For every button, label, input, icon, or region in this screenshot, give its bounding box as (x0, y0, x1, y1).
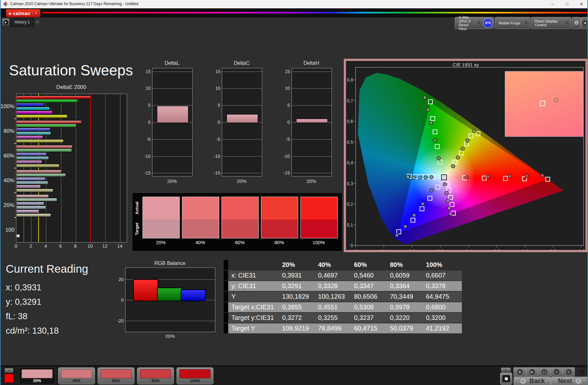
app-logo-icon (3, 2, 8, 6)
deltae-bar (16, 99, 78, 103)
screen-icon (502, 375, 510, 382)
pattern-button-60[interactable]: 60% (98, 367, 134, 384)
cell-value: 0,3931 (279, 270, 315, 281)
deltae2000-plot: 100%80%60%40%20%100 (16, 94, 127, 243)
group-label: 100% (0, 103, 14, 110)
y-tick-label: 0,5 (347, 140, 353, 145)
pattern-swatch (61, 369, 92, 378)
cell-value: 60,4715 (351, 323, 387, 334)
deltae-bar (16, 111, 53, 114)
chevron-down-icon: ▼ (477, 21, 482, 26)
delta-bar (227, 114, 258, 123)
measured-marker (395, 234, 399, 237)
swatch-box (143, 197, 180, 238)
x-tick-label: 0,8 (578, 249, 585, 250)
actual-target-swatch-strip: ActualTarget20%40%60%80%100% (133, 193, 342, 251)
target-marker (436, 185, 440, 189)
continuous-measure-button[interactable]: ∞ (550, 367, 563, 376)
y-tick-label: -10 (280, 154, 290, 159)
measured-marker (487, 175, 490, 178)
calman-menu-button[interactable]: ◈ calman ▼ (6, 9, 40, 17)
pattern-button-100[interactable]: 100% (177, 367, 213, 384)
measured-marker (430, 189, 433, 192)
minimize-button[interactable]: – (545, 0, 560, 8)
workflow-nav-button[interactable]: ▶ (2, 18, 10, 26)
loop-button[interactable]: ↻ (562, 367, 575, 376)
cell-value: 0,3255 (315, 312, 351, 323)
pattern-swatch (100, 369, 132, 378)
single-measure-button[interactable]: [·] (538, 367, 550, 376)
measurement-table-body: 20%40%60%80%100%x: CIE310,39310,46970,54… (224, 260, 462, 334)
inset-measured-marker (554, 98, 558, 102)
measured-marker (449, 212, 452, 216)
target-marker (411, 218, 415, 222)
target-marker (435, 144, 439, 149)
x-tick-label: 0,2 (409, 249, 415, 250)
row-label: Target Y (228, 323, 279, 334)
chart-plot: 151050-5-10-15 (152, 68, 193, 176)
deltae-bar (16, 135, 43, 139)
pattern-button-40[interactable]: 40% (58, 367, 95, 384)
display-dropdown-label: Direct Display Control (535, 19, 565, 27)
maximize-button[interactable]: □ (560, 0, 574, 8)
x-tick-label: 0,3 (437, 249, 444, 250)
swatch-label: 20% (143, 240, 179, 245)
reading-x: x: 0,3931 (6, 280, 115, 295)
gridline (222, 72, 262, 72)
gridline (292, 88, 332, 89)
back-button[interactable]: « Back (514, 377, 551, 385)
cell-value: 0,3378 (423, 281, 462, 291)
measured-marker (451, 165, 455, 168)
gridline (152, 105, 192, 106)
play-button[interactable]: ▶ (526, 367, 538, 376)
tab-history-1[interactable]: History 1 (10, 18, 34, 27)
pattern-list-up-button[interactable]: ▲ (4, 368, 13, 373)
add-tab-button[interactable]: + (35, 20, 40, 25)
display-control-dropdown[interactable]: Direct Display Control ▼ (531, 17, 571, 29)
deltae-bar (16, 181, 48, 184)
rgb-balance-plot: 200-20 (125, 268, 215, 332)
target-marker (504, 176, 508, 181)
transport-up-button[interactable]: ▲ (501, 367, 511, 372)
swatch-box (221, 197, 259, 238)
next-button[interactable]: Next » (551, 377, 588, 385)
window-mode-button[interactable] (500, 372, 512, 385)
title-bar: Calman 2020 Calman Ultimate for Business… (1, 0, 587, 8)
settings-button[interactable]: ⚙ (572, 17, 581, 29)
group-label: 20% (0, 202, 14, 209)
measured-marker (433, 139, 437, 142)
arrow-up-icon: ▲ (505, 368, 507, 371)
target-marker (448, 195, 453, 200)
group-label: 100 (0, 227, 14, 233)
stop-button[interactable]: ■ (514, 367, 526, 376)
pattern-button-20[interactable]: 20% (19, 367, 56, 384)
measured-marker (443, 183, 447, 186)
y-tick-label: 0,1 (347, 222, 353, 227)
app-bar: ◈ calman ▼ (1, 8, 587, 17)
y-tick-label: 5 (141, 103, 151, 108)
y-tick-label: 0 (280, 120, 290, 125)
meter-dropdown[interactable]: X-Rite i1Pro 3Direct View ▼ 674 (455, 17, 494, 29)
collapse-panel-button[interactable]: ◀ (581, 17, 588, 29)
deltae-bar (16, 185, 41, 188)
cell-value: 0,3220 (387, 312, 423, 323)
deltae-bar (16, 194, 49, 198)
measured-marker (423, 96, 427, 99)
deltae-bar (16, 132, 51, 135)
pattern-button-80[interactable]: 80% (137, 367, 174, 384)
measured-marker (456, 156, 460, 159)
axis-tick (14, 168, 16, 168)
delta-bar (157, 106, 188, 123)
reading-y: y: 0,3291 (6, 295, 115, 309)
close-button[interactable]: ✕ (574, 0, 588, 8)
measured-marker (424, 175, 428, 179)
source-dropdown[interactable]: Mobile Forge ▼ (495, 17, 530, 29)
deltae-bar (16, 210, 39, 213)
y-tick-label: 0 (211, 120, 220, 125)
x-tick-label: 10 (88, 243, 93, 249)
cie-title: CIE 1931 xy (346, 62, 585, 67)
x-tick-label: 20% (291, 178, 331, 184)
swatch-box (182, 197, 219, 238)
white-point-dot (443, 176, 445, 179)
pattern-swatch (22, 369, 53, 378)
